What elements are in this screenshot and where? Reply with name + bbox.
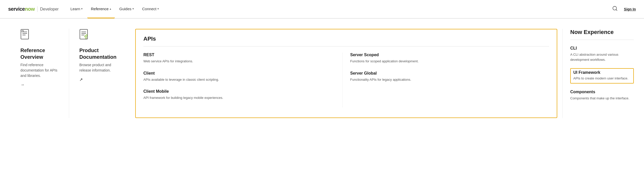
reference-overview-title: Reference Overview	[20, 47, 61, 60]
now-item-components: Components Components that make up the i…	[570, 90, 634, 101]
nav-learn-chevron: ▾	[81, 7, 83, 10]
api-client-desc: APIs available to leverage in classic cl…	[143, 77, 342, 82]
apis-left-col: REST Web service APIs for integrations. …	[143, 53, 342, 108]
now-components-title[interactable]: Components	[570, 90, 634, 94]
product-doc-title: ProductDocumentation	[79, 47, 122, 60]
apis-title: APIs	[143, 36, 549, 42]
api-item-server-global: Server Global Functionality APIs for leg…	[350, 71, 549, 82]
apis-inner: REST Web service APIs for integrations. …	[143, 53, 549, 108]
svg-rect-6	[22, 30, 23, 32]
apis-right-col: Server Scoped Functions for scoped appli…	[342, 53, 549, 108]
now-components-desc: Components that make up the interface.	[570, 96, 634, 101]
nav-item-connect[interactable]: Connect ▾	[139, 0, 163, 18]
ui-framework-box: UI Framework APIs to create modern user …	[570, 68, 634, 84]
header: servicenow Developer Learn ▾ Reference ▴…	[0, 0, 644, 18]
nav-connect-chevron: ▾	[157, 7, 159, 10]
nav-guides-chevron: ▾	[132, 7, 134, 10]
reference-overview-icon	[20, 29, 61, 43]
api-rest-desc: Web service APIs for integrations.	[143, 59, 342, 64]
now-ui-framework-title[interactable]: UI Framework	[573, 70, 631, 75]
header-right: Sign In	[611, 5, 636, 14]
reference-overview-col: Reference Overview Find reference docume…	[10, 29, 69, 118]
nav-learn-label: Learn	[70, 7, 80, 11]
sign-in-button[interactable]: Sign In	[624, 7, 636, 11]
nav-reference-chevron: ▴	[110, 7, 111, 10]
main-nav: Learn ▾ Reference ▴ Guides ▾ Connect ▾	[67, 0, 163, 18]
now-item-cli: CLI A CLI abstraction around various dev…	[570, 46, 634, 62]
search-button[interactable]	[611, 5, 619, 14]
reference-overview-desc: Find reference documentation for APIs an…	[20, 62, 61, 78]
api-item-client-mobile: Client Mobile API framework for building…	[143, 89, 342, 100]
now-cli-title[interactable]: CLI	[570, 46, 634, 51]
logo: servicenow	[8, 6, 35, 12]
svg-line-1	[616, 9, 617, 10]
api-server-scoped-title[interactable]: Server Scoped	[350, 53, 549, 57]
nav-item-guides[interactable]: Guides ▾	[116, 0, 138, 18]
api-server-global-title[interactable]: Server Global	[350, 71, 549, 76]
product-doc-icon	[79, 29, 122, 43]
nav-connect-label: Connect	[142, 7, 156, 11]
api-item-client: Client APIs available to leverage in cla…	[143, 71, 342, 82]
api-client-mobile-desc: API framework for building legacy mobile…	[143, 95, 342, 100]
dropdown-panel: Reference Overview Find reference docume…	[0, 18, 644, 131]
apis-col: APIs REST Web service APIs for integrati…	[135, 29, 557, 118]
product-documentation-col: ProductDocumentation Browse product and …	[69, 29, 130, 118]
api-item-rest: REST Web service APIs for integrations.	[143, 53, 342, 64]
logo-area[interactable]: servicenow Developer	[8, 6, 59, 12]
now-divider	[570, 40, 634, 40]
reference-overview-link[interactable]: →	[20, 83, 24, 87]
nav-guides-label: Guides	[119, 7, 132, 11]
now-experience-title: Now Experience	[570, 29, 634, 36]
now-item-ui-framework: UI Framework APIs to create modern user …	[570, 68, 634, 84]
product-doc-link[interactable]: ↗	[79, 77, 83, 82]
api-server-scoped-desc: Functions for scoped application develop…	[350, 59, 549, 64]
api-server-global-desc: Functionality APIs for legacy applicatio…	[350, 77, 549, 82]
product-doc-desc: Browse product and release information.	[79, 62, 122, 73]
apis-divider	[143, 46, 549, 46]
api-item-server-scoped: Server Scoped Functions for scoped appli…	[350, 53, 549, 64]
nav-reference-label: Reference	[91, 7, 108, 11]
now-cli-desc: A CLI abstraction around various develop…	[570, 52, 634, 62]
developer-label: Developer	[40, 7, 59, 11]
nav-item-reference[interactable]: Reference ▴	[87, 0, 115, 18]
nav-item-learn[interactable]: Learn ▾	[67, 0, 86, 18]
api-rest-title[interactable]: REST	[143, 53, 342, 57]
now-ui-framework-desc: APIs to create modern user interface.	[573, 76, 631, 81]
api-client-title[interactable]: Client	[143, 71, 342, 76]
logo-divider	[37, 6, 38, 12]
api-client-mobile-title[interactable]: Client Mobile	[143, 89, 342, 94]
now-experience-col: Now Experience CLI A CLI abstraction aro…	[562, 29, 634, 118]
header-left: servicenow Developer Learn ▾ Reference ▴…	[8, 0, 163, 18]
